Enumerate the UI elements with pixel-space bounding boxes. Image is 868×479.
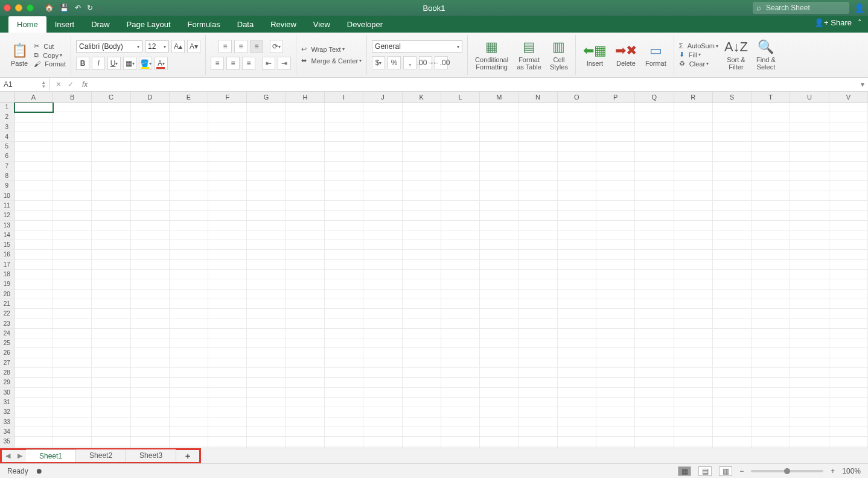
- paste-button[interactable]: 📋 Paste: [8, 42, 30, 68]
- cell-D4[interactable]: [131, 132, 170, 142]
- cell-D35[interactable]: [131, 437, 170, 446]
- cell-A23[interactable]: [14, 319, 53, 329]
- cell-H12[interactable]: [286, 211, 325, 220]
- increase-font-button[interactable]: A▴: [171, 40, 185, 53]
- conditional-formatting-button[interactable]: ▦Conditional Formatting: [473, 38, 511, 72]
- cell-V4[interactable]: [829, 132, 868, 142]
- zoom-in-button[interactable]: +: [831, 467, 835, 475]
- cell-A14[interactable]: [14, 230, 53, 240]
- cell-J6[interactable]: [363, 151, 402, 161]
- cell-P16[interactable]: [596, 250, 635, 259]
- cell-T22[interactable]: [752, 309, 790, 319]
- cell-T12[interactable]: [752, 211, 790, 220]
- cell-B9[interactable]: [53, 181, 92, 191]
- cell-Q32[interactable]: [635, 407, 674, 417]
- cell-U21[interactable]: [790, 299, 829, 309]
- cell-L17[interactable]: [441, 260, 480, 270]
- cell-J21[interactable]: [363, 299, 402, 309]
- cell-K33[interactable]: [403, 417, 441, 427]
- cell-Q16[interactable]: [635, 250, 674, 259]
- cell-N8[interactable]: [519, 171, 557, 181]
- align-middle-button[interactable]: ≡: [234, 40, 247, 53]
- cell-E28[interactable]: [170, 368, 208, 378]
- ribbon-tab-view[interactable]: View: [305, 16, 339, 33]
- insert-cells-button[interactable]: ⬅︎▦Insert: [581, 42, 609, 68]
- ribbon-tab-home[interactable]: Home: [8, 16, 46, 33]
- cell-L27[interactable]: [441, 358, 480, 368]
- cell-G4[interactable]: [247, 132, 286, 142]
- cell-Q11[interactable]: [635, 201, 674, 211]
- select-all-corner[interactable]: [0, 92, 14, 102]
- cell-F2[interactable]: [208, 112, 247, 122]
- cell-S32[interactable]: [713, 407, 752, 417]
- cell-T3[interactable]: [752, 122, 790, 132]
- cell-K35[interactable]: [403, 437, 441, 446]
- cell-G20[interactable]: [247, 290, 286, 299]
- cell-S28[interactable]: [713, 368, 752, 378]
- column-header-I[interactable]: I: [325, 92, 363, 102]
- cell-D34[interactable]: [131, 427, 170, 437]
- cell-T29[interactable]: [752, 378, 790, 387]
- cell-D33[interactable]: [131, 417, 170, 427]
- sort-filter-button[interactable]: A↓ZSort & Filter: [722, 38, 750, 72]
- cell-D30[interactable]: [131, 388, 170, 398]
- cell-B3[interactable]: [53, 122, 92, 132]
- sheet-tab-sheet2[interactable]: Sheet2: [76, 449, 126, 462]
- cell-T16[interactable]: [752, 250, 790, 259]
- cell-K5[interactable]: [403, 142, 441, 151]
- cell-J15[interactable]: [363, 240, 402, 250]
- cell-I2[interactable]: [325, 112, 363, 122]
- cell-I24[interactable]: [325, 329, 363, 338]
- cell-N34[interactable]: [519, 427, 557, 437]
- row-header-20[interactable]: 20: [0, 290, 14, 299]
- cell-L11[interactable]: [441, 201, 480, 211]
- cell-P35[interactable]: [596, 437, 635, 446]
- cell-C16[interactable]: [92, 250, 130, 259]
- cell-L21[interactable]: [441, 299, 480, 309]
- cell-S3[interactable]: [713, 122, 752, 132]
- cell-U24[interactable]: [790, 329, 829, 338]
- spreadsheet-grid[interactable]: ABCDEFGHIJKLMNOPQRSTUV 12345678910111213…: [0, 92, 868, 448]
- cell-C17[interactable]: [92, 260, 130, 270]
- cell-N16[interactable]: [519, 250, 557, 259]
- cell-H34[interactable]: [286, 427, 325, 437]
- cell-T4[interactable]: [752, 132, 790, 142]
- cell-R32[interactable]: [674, 407, 713, 417]
- search-sheet-input[interactable]: Search Sheet: [753, 2, 849, 14]
- cell-O22[interactable]: [558, 309, 596, 319]
- row-header-2[interactable]: 2: [0, 112, 14, 122]
- cell-M23[interactable]: [480, 319, 519, 329]
- cell-H24[interactable]: [286, 329, 325, 338]
- cell-O16[interactable]: [558, 250, 596, 259]
- cell-P10[interactable]: [596, 191, 635, 201]
- cell-K27[interactable]: [403, 358, 441, 368]
- cell-T23[interactable]: [752, 319, 790, 329]
- cell-R16[interactable]: [674, 250, 713, 259]
- wrap-text-button[interactable]: ↩︎ Wrap Text ▾: [301, 45, 344, 53]
- column-header-F[interactable]: F: [208, 92, 247, 102]
- share-button[interactable]: 👤+ Share: [814, 18, 852, 27]
- cell-L19[interactable]: [441, 279, 480, 289]
- cell-I19[interactable]: [325, 279, 363, 289]
- cell-E8[interactable]: [170, 171, 208, 181]
- cell-H14[interactable]: [286, 230, 325, 240]
- cell-F7[interactable]: [208, 162, 247, 171]
- cell-Q33[interactable]: [635, 417, 674, 427]
- cell-E21[interactable]: [170, 299, 208, 309]
- cell-R5[interactable]: [674, 142, 713, 151]
- cell-O24[interactable]: [558, 329, 596, 338]
- cell-M28[interactable]: [480, 368, 519, 378]
- cell-R17[interactable]: [674, 260, 713, 270]
- cell-N31[interactable]: [519, 398, 557, 407]
- row-header-14[interactable]: 14: [0, 230, 14, 240]
- cell-E6[interactable]: [170, 151, 208, 161]
- cell-J35[interactable]: [363, 437, 402, 446]
- cell-B21[interactable]: [53, 299, 92, 309]
- cell-A26[interactable]: [14, 348, 53, 358]
- format-cells-button[interactable]: ▭Format: [643, 42, 669, 68]
- cell-U23[interactable]: [790, 319, 829, 329]
- cell-C26[interactable]: [92, 348, 130, 358]
- row-header-32[interactable]: 32: [0, 407, 14, 417]
- cell-P30[interactable]: [596, 388, 635, 398]
- cell-K24[interactable]: [403, 329, 441, 338]
